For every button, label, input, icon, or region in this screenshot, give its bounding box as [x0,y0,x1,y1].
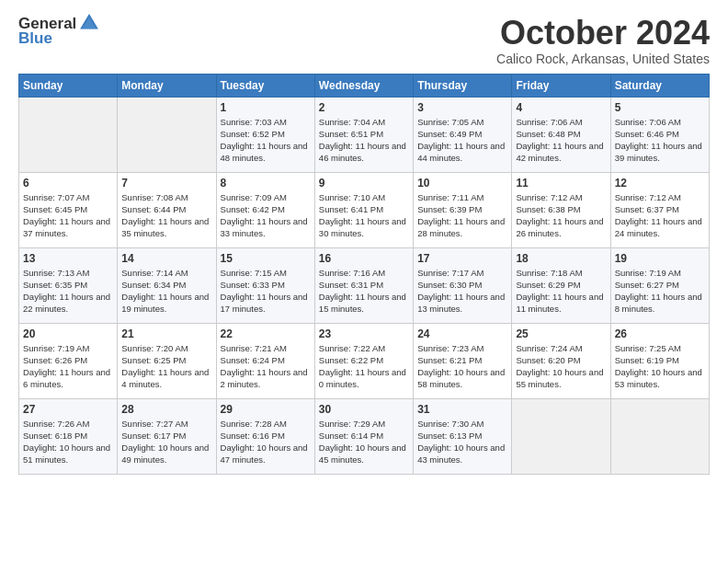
day-number: 26 [615,327,705,340]
calendar-cell: 26Sunrise: 7:25 AMSunset: 6:19 PMDayligh… [610,323,709,398]
header: General Blue October 2024 Calico Rock, A… [18,15,710,66]
calendar-cell: 12Sunrise: 7:12 AMSunset: 6:37 PMDayligh… [610,172,709,247]
day-info: Sunrise: 7:09 AMSunset: 6:42 PMDaylight:… [221,191,311,240]
calendar-cell: 30Sunrise: 7:29 AMSunset: 6:14 PMDayligh… [314,398,413,474]
day-info: Sunrise: 7:20 AMSunset: 6:25 PMDaylight:… [121,342,211,391]
calendar-cell: 28Sunrise: 7:27 AMSunset: 6:17 PMDayligh… [118,398,216,474]
calendar-cell: 17Sunrise: 7:17 AMSunset: 6:30 PMDayligh… [414,247,512,323]
day-info: Sunrise: 7:12 AMSunset: 6:37 PMDaylight:… [615,191,705,240]
day-info: Sunrise: 7:26 AMSunset: 6:18 PMDaylight:… [23,418,113,466]
calendar-cell: 21Sunrise: 7:20 AMSunset: 6:25 PMDayligh… [118,323,216,398]
day-info: Sunrise: 7:28 AMSunset: 6:16 PMDaylight:… [221,418,311,466]
day-info: Sunrise: 7:10 AMSunset: 6:41 PMDaylight:… [319,191,409,240]
day-number: 17 [417,252,507,265]
day-info: Sunrise: 7:29 AMSunset: 6:14 PMDaylight:… [319,418,409,466]
header-day: Tuesday [216,74,314,97]
day-info: Sunrise: 7:07 AMSunset: 6:45 PMDaylight:… [23,191,113,240]
day-info: Sunrise: 7:04 AMSunset: 6:51 PMDaylight:… [319,116,409,165]
logo-blue: Blue [18,29,52,48]
day-number: 16 [319,252,409,265]
calendar-cell: 23Sunrise: 7:22 AMSunset: 6:22 PMDayligh… [314,323,413,398]
day-info: Sunrise: 7:13 AMSunset: 6:35 PMDaylight:… [23,267,113,316]
calendar-cell: 8Sunrise: 7:09 AMSunset: 6:42 PMDaylight… [216,172,314,247]
day-number: 18 [516,252,606,265]
calendar-cell: 2Sunrise: 7:04 AMSunset: 6:51 PMDaylight… [314,97,413,172]
day-number: 11 [516,177,606,190]
header-day: Wednesday [314,74,413,97]
logo-icon [79,13,99,33]
calendar-cell: 24Sunrise: 7:23 AMSunset: 6:21 PMDayligh… [414,323,512,398]
calendar-cell: 16Sunrise: 7:16 AMSunset: 6:31 PMDayligh… [314,247,413,323]
day-info: Sunrise: 7:11 AMSunset: 6:39 PMDaylight:… [417,191,507,240]
day-number: 28 [121,403,211,416]
calendar-cell [610,398,709,474]
calendar-week-row: 1Sunrise: 7:03 AMSunset: 6:52 PMDaylight… [19,97,710,172]
day-number: 6 [23,177,113,190]
calendar-week-row: 6Sunrise: 7:07 AMSunset: 6:45 PMDaylight… [19,172,710,247]
day-number: 15 [221,252,311,265]
calendar-cell: 13Sunrise: 7:13 AMSunset: 6:35 PMDayligh… [19,247,118,323]
day-number: 23 [319,327,409,340]
day-number: 19 [615,252,705,265]
day-info: Sunrise: 7:25 AMSunset: 6:19 PMDaylight:… [615,342,705,391]
day-info: Sunrise: 7:16 AMSunset: 6:31 PMDaylight:… [319,267,409,316]
calendar-week-row: 20Sunrise: 7:19 AMSunset: 6:26 PMDayligh… [19,323,710,398]
calendar-cell: 27Sunrise: 7:26 AMSunset: 6:18 PMDayligh… [19,398,118,474]
calendar-cell: 15Sunrise: 7:15 AMSunset: 6:33 PMDayligh… [216,247,314,323]
day-number: 9 [319,177,409,190]
day-number: 3 [417,101,507,114]
day-info: Sunrise: 7:19 AMSunset: 6:27 PMDaylight:… [615,267,705,316]
calendar-cell: 9Sunrise: 7:10 AMSunset: 6:41 PMDaylight… [314,172,413,247]
month-title: October 2024 [496,15,710,52]
calendar-cell: 11Sunrise: 7:12 AMSunset: 6:38 PMDayligh… [512,172,610,247]
day-number: 29 [221,403,311,416]
header-day: Sunday [19,74,118,97]
day-number: 21 [121,327,211,340]
calendar-table: SundayMondayTuesdayWednesdayThursdayFrid… [18,74,710,475]
day-number: 20 [23,327,113,340]
calendar-cell: 10Sunrise: 7:11 AMSunset: 6:39 PMDayligh… [414,172,512,247]
day-info: Sunrise: 7:23 AMSunset: 6:21 PMDaylight:… [417,342,507,391]
day-info: Sunrise: 7:21 AMSunset: 6:24 PMDaylight:… [221,342,311,391]
header-day: Monday [118,74,216,97]
calendar-cell: 18Sunrise: 7:18 AMSunset: 6:29 PMDayligh… [512,247,610,323]
day-number: 24 [417,327,507,340]
calendar-cell: 31Sunrise: 7:30 AMSunset: 6:13 PMDayligh… [414,398,512,474]
calendar-cell: 20Sunrise: 7:19 AMSunset: 6:26 PMDayligh… [19,323,118,398]
day-info: Sunrise: 7:14 AMSunset: 6:34 PMDaylight:… [121,267,211,316]
calendar-cell: 19Sunrise: 7:19 AMSunset: 6:27 PMDayligh… [610,247,709,323]
day-info: Sunrise: 7:30 AMSunset: 6:13 PMDaylight:… [417,418,507,466]
calendar-cell: 29Sunrise: 7:28 AMSunset: 6:16 PMDayligh… [216,398,314,474]
day-number: 10 [417,177,507,190]
calendar-cell: 5Sunrise: 7:06 AMSunset: 6:46 PMDaylight… [610,97,709,172]
day-number: 13 [23,252,113,265]
calendar-cell: 3Sunrise: 7:05 AMSunset: 6:49 PMDaylight… [414,97,512,172]
day-number: 27 [23,403,113,416]
day-info: Sunrise: 7:24 AMSunset: 6:20 PMDaylight:… [516,342,606,391]
calendar-cell: 7Sunrise: 7:08 AMSunset: 6:44 PMDaylight… [118,172,216,247]
page: General Blue October 2024 Calico Rock, A… [0,0,728,484]
calendar-week-row: 13Sunrise: 7:13 AMSunset: 6:35 PMDayligh… [19,247,710,323]
calendar-cell: 4Sunrise: 7:06 AMSunset: 6:48 PMDaylight… [512,97,610,172]
day-number: 1 [221,101,311,114]
day-info: Sunrise: 7:22 AMSunset: 6:22 PMDaylight:… [319,342,409,391]
day-number: 7 [121,177,211,190]
day-info: Sunrise: 7:08 AMSunset: 6:44 PMDaylight:… [121,191,211,240]
header-day: Saturday [610,74,709,97]
header-day: Thursday [414,74,512,97]
calendar-week-row: 27Sunrise: 7:26 AMSunset: 6:18 PMDayligh… [19,398,710,474]
day-number: 14 [121,252,211,265]
day-number: 4 [516,101,606,114]
calendar-cell [19,97,118,172]
calendar-cell [512,398,610,474]
calendar-cell: 25Sunrise: 7:24 AMSunset: 6:20 PMDayligh… [512,323,610,398]
day-info: Sunrise: 7:12 AMSunset: 6:38 PMDaylight:… [516,191,606,240]
day-number: 12 [615,177,705,190]
day-info: Sunrise: 7:05 AMSunset: 6:49 PMDaylight:… [417,116,507,165]
day-number: 22 [221,327,311,340]
day-info: Sunrise: 7:18 AMSunset: 6:29 PMDaylight:… [516,267,606,316]
calendar-cell: 22Sunrise: 7:21 AMSunset: 6:24 PMDayligh… [216,323,314,398]
title-block: October 2024 Calico Rock, Arkansas, Unit… [496,15,710,66]
day-number: 2 [319,101,409,114]
calendar-cell: 1Sunrise: 7:03 AMSunset: 6:52 PMDaylight… [216,97,314,172]
